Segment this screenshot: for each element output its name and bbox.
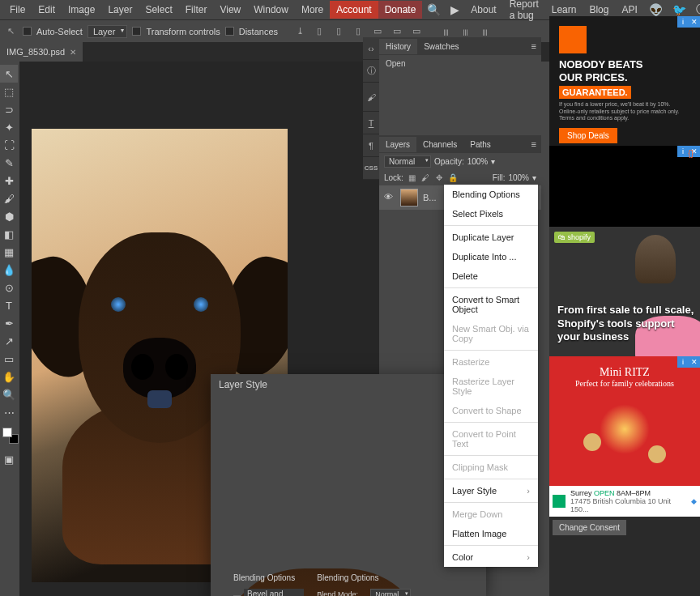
shape-tool[interactable]: ▭ (0, 350, 18, 368)
ctx-blending-options[interactable]: Blending Options (444, 185, 538, 204)
menu-report[interactable]: Report a bug (503, 0, 545, 24)
transform-checkbox[interactable] (132, 27, 141, 36)
menu-layer[interactable]: Layer (101, 1, 139, 19)
lasso-tool[interactable]: ⊃ (0, 100, 18, 118)
info-panel-icon[interactable]: ⓘ (363, 60, 379, 83)
menu-donate[interactable]: Donate (378, 1, 423, 19)
search-icon[interactable]: 🔍 (422, 0, 446, 19)
ad-shopify[interactable]: 🛍 shopify From first sale to full scale,… (549, 227, 700, 356)
ad-ritz[interactable]: i✕ Mini RITZ Perfect for family celebrat… (549, 356, 700, 486)
blendmode-select[interactable]: Normal (370, 589, 411, 596)
ctx-color[interactable]: Color (444, 547, 538, 567)
play-icon[interactable]: ▶ (446, 0, 464, 19)
swatches-tab[interactable]: Swatches (417, 39, 465, 54)
opacity-chevron-icon[interactable]: ▾ (491, 157, 495, 166)
blur-tool[interactable]: 💧 (0, 261, 18, 279)
align-hcenter-icon[interactable]: ▯ (331, 24, 346, 39)
eraser-tool[interactable]: ◧ (0, 225, 18, 243)
ctx-smart-object[interactable]: Convert to Smart Object (444, 290, 538, 319)
autoselect-target[interactable]: Layer (88, 25, 128, 38)
brush-tool[interactable]: 🖌 (0, 189, 18, 207)
ad-close-icon[interactable]: ✕ (689, 356, 700, 368)
quickmask[interactable]: ▣ (0, 450, 18, 468)
visibility-icon[interactable]: 👁 (384, 192, 395, 203)
menu-file[interactable]: File (3, 1, 32, 19)
type-tool[interactable]: T (0, 296, 18, 314)
file-tab[interactable]: IMG_8530.psd ✕ (0, 42, 83, 62)
close-tab-icon[interactable]: ✕ (70, 48, 76, 57)
history-tab[interactable]: History (379, 39, 417, 54)
panel-handle-icon[interactable]: ‹› (363, 37, 379, 60)
layer-name[interactable]: B... (423, 193, 437, 202)
ad-info-icon[interactable]: i (677, 356, 689, 368)
brush-panel-icon[interactable]: 🖌 (363, 83, 379, 112)
wand-tool[interactable]: ✦ (0, 118, 18, 136)
ad-close-icon[interactable]: ✕ (689, 16, 700, 28)
menu-image[interactable]: Image (62, 1, 101, 19)
ad-homedepot[interactable]: i✕ NOBODY BEATSOUR PRICES. GUARANTEED. I… (549, 16, 700, 146)
ctx-duplicate-into[interactable]: Duplicate Into ... (444, 247, 538, 266)
align-top-icon[interactable]: ▭ (370, 24, 385, 39)
ctx-layer-style[interactable]: Layer Style (444, 481, 538, 500)
lock-all-icon[interactable]: 🔒 (448, 172, 459, 183)
fill-value[interactable]: 100% (508, 173, 529, 182)
shop-button[interactable]: Shop Deals (559, 128, 617, 143)
ctx-flatten[interactable]: Flatten Image (444, 524, 538, 543)
menu-filter[interactable]: Filter (179, 1, 214, 19)
menu-account[interactable]: Account (330, 1, 378, 19)
ad-info-icon[interactable]: i (677, 16, 689, 28)
align-icon[interactable]: ⤓ (292, 24, 307, 39)
blend-mode-select[interactable]: Normal (384, 155, 431, 168)
menu-select[interactable]: Select (139, 1, 178, 19)
pen-tool[interactable]: ✒ (0, 314, 18, 332)
gradient-tool[interactable]: ▦ (0, 243, 18, 261)
align-bottom-icon[interactable]: ▭ (409, 24, 424, 39)
directions-icon[interactable]: ◆ (691, 497, 697, 505)
menu-window[interactable]: Window (247, 1, 295, 19)
paragraph-panel-icon[interactable]: ¶ (363, 134, 379, 157)
store-info[interactable]: Surrey OPEN 8AM–8PM 17475 British Columb… (549, 486, 700, 517)
path-tool[interactable]: ↗ (0, 332, 18, 350)
stamp-tool[interactable]: ⬢ (0, 207, 18, 225)
menu-view[interactable]: View (213, 1, 247, 19)
ad-video[interactable]: i✕ {} (549, 146, 700, 227)
lock-pos-icon[interactable]: ✥ (434, 172, 445, 183)
distribute-icon[interactable]: ⫼ (477, 24, 492, 39)
opacity-value[interactable]: 100% (467, 157, 489, 166)
menu-about[interactable]: About (464, 1, 502, 19)
move-tool[interactable]: ↖ (0, 65, 18, 83)
ad-info-icon[interactable]: i (677, 146, 689, 157)
fill-chevron-icon[interactable]: ▾ (532, 173, 536, 182)
panel-menu-icon[interactable]: ≡ (527, 41, 541, 51)
align-vcenter-icon[interactable]: ▭ (390, 24, 404, 39)
ctx-delete[interactable]: Delete (444, 266, 538, 286)
heal-tool[interactable]: ✚ (0, 172, 18, 189)
align-left-icon[interactable]: ▯ (312, 24, 327, 39)
crop-tool[interactable]: ⛶ (0, 136, 18, 154)
style-list-header[interactable]: Blending Options (233, 573, 304, 582)
ctx-duplicate-layer[interactable]: Duplicate Layer (444, 228, 538, 247)
ctx-select-pixels[interactable]: Select Pixels (444, 204, 538, 224)
layer-thumbnail[interactable] (400, 189, 418, 206)
history-item[interactable]: Open (379, 55, 541, 72)
channels-tab[interactable]: Channels (416, 137, 463, 152)
lock-trans-icon[interactable]: ▦ (407, 172, 417, 183)
distribute-h-icon[interactable]: ⫼ (438, 24, 453, 39)
more-tools[interactable]: ⋯ (0, 403, 18, 421)
menu-more[interactable]: More (295, 1, 330, 19)
dodge-tool[interactable]: ⊙ (0, 279, 18, 296)
css-panel-icon[interactable]: CSS (363, 157, 379, 180)
eyedropper-tool[interactable]: ✎ (0, 154, 18, 172)
change-consent-button[interactable]: Change Consent (553, 520, 626, 535)
distances-checkbox[interactable] (225, 27, 234, 36)
paths-tab[interactable]: Paths (463, 137, 497, 152)
layers-menu-icon[interactable]: ≡ (527, 139, 541, 149)
style-bevel-and-emboss[interactable]: Bevel and Emboss (233, 587, 304, 596)
marquee-tool[interactable]: ⬚ (0, 83, 18, 100)
lock-paint-icon[interactable]: 🖌 (420, 172, 431, 183)
distribute-v-icon[interactable]: ⫼ (458, 24, 472, 39)
zoom-tool[interactable]: 🔍 (0, 385, 18, 403)
autoselect-checkbox[interactable] (23, 27, 32, 36)
align-right-icon[interactable]: ▯ (351, 24, 365, 39)
character-panel-icon[interactable]: T (363, 112, 379, 134)
